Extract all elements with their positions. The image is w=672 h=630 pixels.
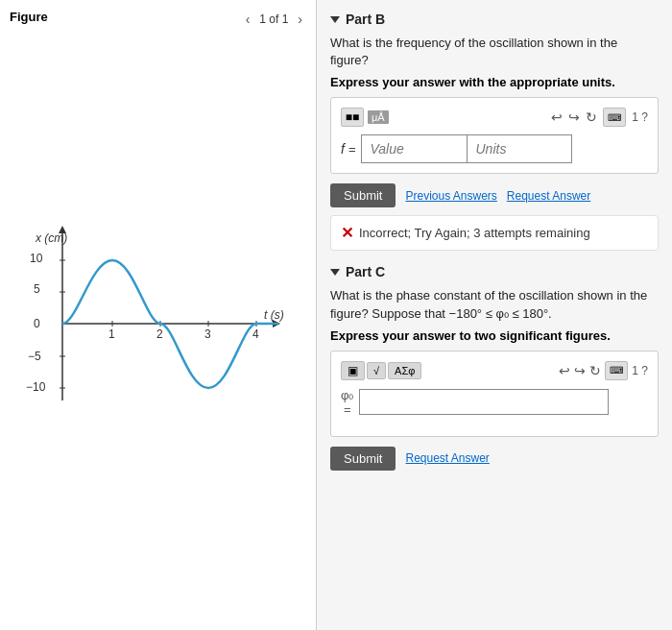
sigma-btn[interactable]: ΑΣφ: [388, 362, 421, 379]
collapse-part-b-icon[interactable]: [330, 16, 340, 23]
prev-answers-btn[interactable]: Previous Answers: [405, 189, 496, 203]
checkbox-icon-btn[interactable]: ▣: [341, 361, 365, 380]
part-b-submit-row: Submit Previous Answers Request Answer: [330, 183, 659, 207]
request-answer-btn-b[interactable]: Request Answer: [507, 189, 590, 203]
graph-svg: 10 5 0 −5 −10 1 2 3 4 x (cm) t (s): [24, 218, 293, 439]
svg-text:3: 3: [204, 327, 211, 341]
svg-text:0: 0: [34, 317, 40, 330]
phi-equals: =: [344, 402, 351, 417]
keyboard-icon-btn-c[interactable]: ⌨: [605, 361, 628, 380]
next-figure-btn[interactable]: ›: [294, 12, 306, 27]
part-b-express: Express your answer with the appropriate…: [330, 75, 659, 89]
svg-text:5: 5: [34, 282, 40, 296]
question-num-c: 1 ?: [632, 364, 648, 377]
figure-label: Figure: [10, 10, 48, 24]
x-icon: ✕: [341, 224, 353, 242]
question-mark-b: ?: [641, 110, 648, 124]
part-b-header: Part B: [330, 12, 659, 27]
graph-container: 10 5 0 −5 −10 1 2 3 4 x (cm) t (s): [10, 36, 306, 620]
part-c-answer-box: ▣ √ ΑΣφ ↩ ↪ ↻ ⌨ 1 ? φ₀ =: [330, 351, 659, 437]
incorrect-row: ✕ Incorrect; Try Again; 3 attempts remai…: [330, 215, 659, 251]
svg-text:−5: −5: [28, 350, 41, 363]
part-b-question: What is the frequency of the oscillation…: [330, 35, 659, 69]
svg-text:2: 2: [156, 327, 163, 341]
svg-text:1: 1: [108, 327, 115, 341]
phi-input[interactable]: [359, 389, 609, 415]
keyboard-icon-btn[interactable]: ⌨: [603, 108, 626, 127]
part-b-input-row: f =: [341, 134, 648, 163]
phi-label: φ₀: [341, 388, 353, 402]
svg-text:10: 10: [30, 252, 43, 265]
part-c-submit-row: Submit Request Answer: [330, 447, 659, 471]
redo-icon-c[interactable]: ↪: [574, 363, 586, 378]
prev-figure-btn[interactable]: ‹: [242, 12, 254, 27]
figure-top-row: Figure ‹ 1 of 1 ›: [10, 10, 306, 28]
collapse-part-c-icon[interactable]: [330, 269, 340, 276]
part-b-toolbar: ■■ μÅ ↩ ↪ ↻ ⌨ 1 ?: [341, 108, 648, 127]
request-answer-btn-c[interactable]: Request Answer: [405, 451, 489, 465]
undo-icon-c[interactable]: ↩: [559, 363, 570, 378]
redo-icon[interactable]: ↪: [568, 109, 580, 125]
part-c-toolbar: ▣ √ ΑΣφ ↩ ↪ ↻ ⌨ 1 ?: [341, 361, 648, 380]
figure-nav: ‹ 1 of 1 ›: [242, 12, 306, 27]
part-c-express: Express your answer to two significant f…: [330, 328, 659, 343]
grid-icon-btn[interactable]: ■■: [341, 108, 364, 127]
sqrt-btn[interactable]: √: [367, 362, 386, 379]
symbol-btns: ▣ √ ΑΣφ: [341, 361, 421, 380]
value-input[interactable]: [361, 134, 467, 163]
undo-icon[interactable]: ↩: [551, 109, 563, 125]
question-num-b: 1 ?: [632, 110, 648, 124]
svg-text:x (cm): x (cm): [35, 231, 67, 245]
equals-b: =: [348, 134, 356, 163]
f-label: f: [341, 134, 345, 163]
part-b-label: Part B: [346, 12, 385, 27]
part-c-section: Part C What is the phase constant of the…: [330, 264, 659, 470]
refresh-icon[interactable]: ↻: [586, 109, 597, 125]
units-input[interactable]: [467, 134, 572, 163]
svg-text:−10: −10: [26, 380, 46, 394]
right-panel: Part B What is the frequency of the osci…: [317, 0, 672, 630]
mu-a-icon: μÅ: [368, 110, 389, 124]
part-c-question: What is the phase constant of the oscill…: [330, 287, 659, 322]
svg-text:4: 4: [252, 327, 259, 341]
part-b-answer-box: ■■ μÅ ↩ ↪ ↻ ⌨ 1 ? f =: [330, 97, 659, 174]
phi-input-row: φ₀ =: [341, 388, 648, 417]
svg-text:t (s): t (s): [264, 308, 284, 322]
part-c-label: Part C: [346, 264, 385, 279]
part-b-toolbar-icons: ■■ μÅ: [341, 108, 389, 127]
incorrect-text: Incorrect; Try Again; 3 attempts remaini…: [359, 226, 590, 240]
left-panel: Figure ‹ 1 of 1 › 10 5 0 −5 −10: [0, 0, 317, 630]
phi-eq: φ₀ =: [341, 388, 353, 417]
part-c-submit-btn[interactable]: Submit: [330, 447, 396, 471]
refresh-icon-c[interactable]: ↻: [589, 363, 601, 378]
figure-nav-text: 1 of 1: [259, 12, 288, 26]
part-b-submit-btn[interactable]: Submit: [330, 183, 396, 207]
part-c-header: Part C: [330, 264, 659, 279]
question-mark-c: ?: [641, 364, 648, 377]
